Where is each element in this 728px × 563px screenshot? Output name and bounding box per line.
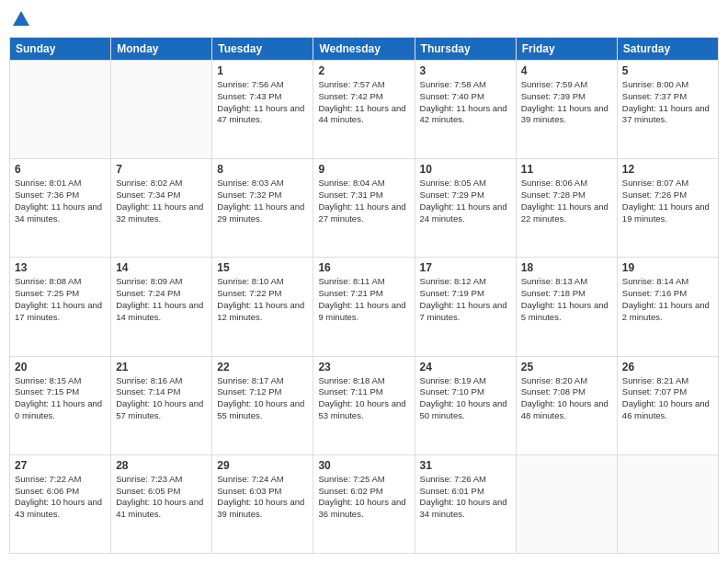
day-info: Sunrise: 8:12 AMSunset: 7:19 PMDaylight:… [420, 276, 511, 323]
day-info: Sunrise: 8:11 AMSunset: 7:21 PMDaylight:… [318, 276, 409, 323]
day-info: Sunrise: 8:07 AMSunset: 7:26 PMDaylight:… [622, 178, 713, 224]
calendar: SundayMondayTuesdayWednesdayThursdayFrid… [9, 37, 719, 554]
day-number: 15 [217, 261, 308, 274]
day-number: 7 [116, 163, 207, 176]
calendar-cell [516, 454, 617, 553]
weekday-header: Monday [111, 38, 212, 61]
day-number: 9 [318, 163, 409, 176]
calendar-cell: 3Sunrise: 7:58 AMSunset: 7:40 PMDaylight… [415, 61, 516, 159]
day-number: 26 [622, 361, 713, 373]
day-info: Sunrise: 8:05 AMSunset: 7:29 PMDaylight:… [420, 178, 511, 224]
calendar-cell: 20Sunrise: 8:15 AMSunset: 7:15 PMDayligh… [10, 356, 111, 454]
day-number: 24 [420, 361, 511, 373]
day-info: Sunrise: 8:09 AMSunset: 7:24 PMDaylight:… [116, 276, 207, 323]
day-info: Sunrise: 8:03 AMSunset: 7:32 PMDaylight:… [217, 178, 308, 224]
day-info: Sunrise: 8:19 AMSunset: 7:10 PMDaylight:… [420, 375, 511, 422]
logo [9, 9, 31, 29]
day-info: Sunrise: 7:59 AMSunset: 7:39 PMDaylight:… [521, 79, 612, 126]
day-info: Sunrise: 8:16 AMSunset: 7:14 PMDaylight:… [116, 375, 207, 422]
calendar-week-row: 27Sunrise: 7:22 AMSunset: 6:06 PMDayligh… [10, 454, 719, 553]
calendar-cell: 18Sunrise: 8:13 AMSunset: 7:18 PMDayligh… [516, 258, 617, 356]
day-number: 1 [217, 64, 308, 77]
calendar-cell: 28Sunrise: 7:23 AMSunset: 6:05 PMDayligh… [111, 454, 212, 553]
day-info: Sunrise: 8:17 AMSunset: 7:12 PMDaylight:… [217, 375, 308, 422]
calendar-cell: 31Sunrise: 7:26 AMSunset: 6:01 PMDayligh… [415, 454, 516, 553]
calendar-cell: 29Sunrise: 7:24 AMSunset: 6:03 PMDayligh… [212, 454, 313, 553]
day-info: Sunrise: 8:01 AMSunset: 7:36 PMDaylight:… [15, 178, 106, 224]
calendar-cell: 7Sunrise: 8:02 AMSunset: 7:34 PMDaylight… [111, 159, 212, 258]
calendar-week-row: 20Sunrise: 8:15 AMSunset: 7:15 PMDayligh… [10, 356, 719, 454]
day-info: Sunrise: 8:14 AMSunset: 7:16 PMDaylight:… [622, 276, 713, 323]
day-number: 31 [420, 459, 511, 472]
day-number: 4 [521, 64, 612, 77]
day-number: 5 [622, 64, 713, 77]
calendar-cell: 5Sunrise: 8:00 AMSunset: 7:37 PMDaylight… [617, 61, 718, 159]
calendar-cell: 16Sunrise: 8:11 AMSunset: 7:21 PMDayligh… [313, 258, 415, 356]
calendar-cell: 19Sunrise: 8:14 AMSunset: 7:16 PMDayligh… [617, 258, 718, 356]
weekday-header: Sunday [10, 38, 111, 61]
day-info: Sunrise: 7:25 AMSunset: 6:02 PMDaylight:… [318, 474, 409, 521]
day-number: 2 [318, 64, 409, 77]
day-number: 3 [420, 64, 511, 77]
day-number: 6 [15, 163, 106, 176]
calendar-cell: 11Sunrise: 8:06 AMSunset: 7:28 PMDayligh… [516, 159, 617, 258]
day-info: Sunrise: 8:21 AMSunset: 7:07 PMDaylight:… [622, 375, 713, 422]
day-number: 13 [15, 261, 106, 274]
day-number: 18 [521, 261, 612, 274]
svg-marker-0 [13, 11, 29, 26]
day-number: 25 [521, 361, 612, 373]
day-number: 29 [217, 459, 308, 472]
day-number: 23 [318, 361, 409, 373]
calendar-cell: 14Sunrise: 8:09 AMSunset: 7:24 PMDayligh… [111, 258, 212, 356]
weekday-header: Wednesday [313, 38, 415, 61]
weekday-header: Tuesday [212, 38, 313, 61]
day-info: Sunrise: 7:57 AMSunset: 7:42 PMDaylight:… [318, 79, 409, 126]
weekday-header: Saturday [617, 38, 718, 61]
calendar-cell: 8Sunrise: 8:03 AMSunset: 7:32 PMDaylight… [212, 159, 313, 258]
calendar-cell: 1Sunrise: 7:56 AMSunset: 7:43 PMDaylight… [212, 61, 313, 159]
day-number: 28 [116, 459, 207, 472]
calendar-cell: 24Sunrise: 8:19 AMSunset: 7:10 PMDayligh… [415, 356, 516, 454]
day-number: 11 [521, 163, 612, 176]
calendar-cell: 21Sunrise: 8:16 AMSunset: 7:14 PMDayligh… [111, 356, 212, 454]
day-info: Sunrise: 7:24 AMSunset: 6:03 PMDaylight:… [217, 474, 308, 521]
day-info: Sunrise: 8:13 AMSunset: 7:18 PMDaylight:… [521, 276, 612, 323]
weekday-header-row: SundayMondayTuesdayWednesdayThursdayFrid… [10, 38, 719, 61]
calendar-cell: 6Sunrise: 8:01 AMSunset: 7:36 PMDaylight… [10, 159, 111, 258]
day-info: Sunrise: 7:58 AMSunset: 7:40 PMDaylight:… [420, 79, 511, 126]
day-number: 21 [116, 361, 207, 373]
calendar-cell: 12Sunrise: 8:07 AMSunset: 7:26 PMDayligh… [617, 159, 718, 258]
calendar-cell: 10Sunrise: 8:05 AMSunset: 7:29 PMDayligh… [415, 159, 516, 258]
day-number: 22 [217, 361, 308, 373]
day-number: 17 [420, 261, 511, 274]
calendar-week-row: 1Sunrise: 7:56 AMSunset: 7:43 PMDaylight… [10, 61, 719, 159]
day-info: Sunrise: 8:18 AMSunset: 7:11 PMDaylight:… [318, 375, 409, 422]
weekday-header: Thursday [415, 38, 516, 61]
day-info: Sunrise: 8:06 AMSunset: 7:28 PMDaylight:… [521, 178, 612, 224]
day-number: 30 [318, 459, 409, 472]
calendar-cell [617, 454, 718, 553]
day-number: 8 [217, 163, 308, 176]
calendar-cell: 9Sunrise: 8:04 AMSunset: 7:31 PMDaylight… [313, 159, 415, 258]
day-info: Sunrise: 8:02 AMSunset: 7:34 PMDaylight:… [116, 178, 207, 224]
day-number: 14 [116, 261, 207, 274]
calendar-cell [10, 61, 111, 159]
calendar-cell: 2Sunrise: 7:57 AMSunset: 7:42 PMDaylight… [313, 61, 415, 159]
day-number: 16 [318, 261, 409, 274]
day-info: Sunrise: 8:15 AMSunset: 7:15 PMDaylight:… [15, 375, 106, 422]
calendar-cell: 4Sunrise: 7:59 AMSunset: 7:39 PMDaylight… [516, 61, 617, 159]
calendar-cell: 15Sunrise: 8:10 AMSunset: 7:22 PMDayligh… [212, 258, 313, 356]
calendar-cell: 30Sunrise: 7:25 AMSunset: 6:02 PMDayligh… [313, 454, 415, 553]
weekday-header: Friday [516, 38, 617, 61]
logo-icon [11, 9, 31, 29]
calendar-cell: 23Sunrise: 8:18 AMSunset: 7:11 PMDayligh… [313, 356, 415, 454]
calendar-cell [111, 61, 212, 159]
day-info: Sunrise: 7:23 AMSunset: 6:05 PMDaylight:… [116, 474, 207, 521]
calendar-cell: 26Sunrise: 8:21 AMSunset: 7:07 PMDayligh… [617, 356, 718, 454]
calendar-cell: 25Sunrise: 8:20 AMSunset: 7:08 PMDayligh… [516, 356, 617, 454]
calendar-week-row: 13Sunrise: 8:08 AMSunset: 7:25 PMDayligh… [10, 258, 719, 356]
calendar-cell: 17Sunrise: 8:12 AMSunset: 7:19 PMDayligh… [415, 258, 516, 356]
day-number: 19 [622, 261, 713, 274]
day-info: Sunrise: 8:04 AMSunset: 7:31 PMDaylight:… [318, 178, 409, 224]
day-number: 20 [15, 361, 106, 373]
